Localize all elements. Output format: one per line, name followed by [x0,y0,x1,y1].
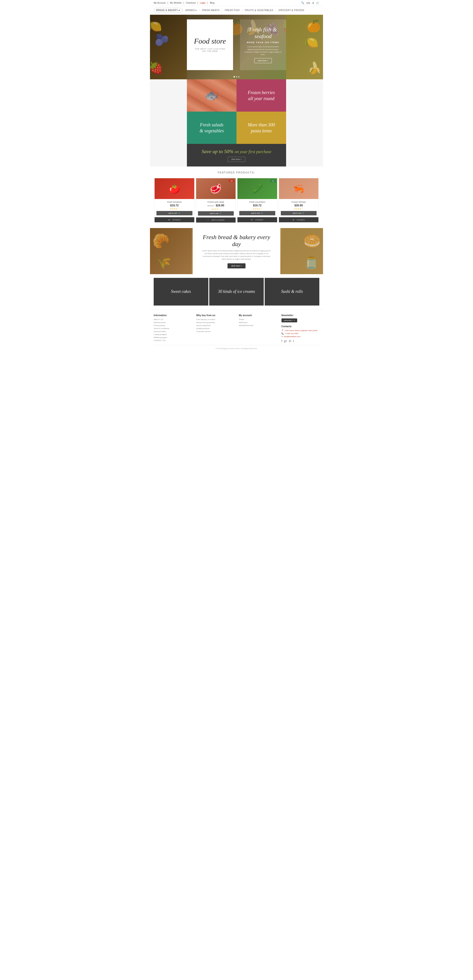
category-grid: Sweet cakes 30 kinds of ice creams Sushi… [150,274,323,309]
nav-bread-bakery[interactable]: BREAD & BAKERY ▾ [154,8,183,13]
product-price-tomatoes: $19.72 [156,204,193,207]
category-sushi-text: Sushi & rolls [281,289,303,294]
footer-why-buy-title: Why buy from us: [196,314,234,317]
hero-dot-2[interactable] [236,76,237,78]
add-to-cart-shrimp[interactable]: add to cart 🛒 [281,211,317,215]
add-to-cart-cucumbers[interactable]: add to cart 🛒 [239,211,275,215]
my-account-link[interactable]: My Account [154,2,166,4]
footer-addresses[interactable]: Addresses [239,321,277,323]
products-grid: 🍅 Fresh tomatoes $19.72 ★★★★☆ add to car… [150,177,323,228]
promo-berries-text: Frozen berriesall year round [245,87,277,104]
footer-free-delivery[interactable]: Free delivery on orders [196,318,234,321]
product-card-tomatoes: 🍅 Fresh tomatoes $19.72 ★★★★☆ add to car… [154,178,194,223]
bakery-click-here-button[interactable]: click here > [228,263,245,269]
category-cakes[interactable]: Sweet cakes [154,278,209,305]
add-to-cart-tomatoes[interactable]: add to cart 🛒 [156,211,193,215]
add-to-cart-steak[interactable]: add to cart 🛒 [198,211,234,216]
checkout-link[interactable]: Checkout [186,2,196,4]
product-actions-cucumbers: ⇄ compare [237,217,277,222]
footer-wishlist[interactable]: Wishlist/Favorites [239,325,277,326]
googleplus-icon[interactable]: g+ [284,339,287,343]
compare-tomatoes[interactable]: ⇄ [168,219,170,221]
category-ice-cream-text: 30 kinds of ice creams [218,289,255,294]
nav-fresh-meats[interactable]: FRESH MEATS [199,8,222,13]
blog-link[interactable]: Blog [210,2,214,4]
product-name-tomatoes: Fresh tomatoes [156,201,193,203]
hero-click-here-button[interactable]: click here > [254,58,272,63]
phone-icon: 📞 [282,332,284,334]
hero-section: 🍋 🫐 🍓 🍊 🍋 🍌 Food store THE BEST YOU CAN … [150,15,323,80]
product-stars-tomatoes: ★★★★☆ [156,208,193,210]
footer-my-account: My account: Orders Addresses Wishlist/Fa… [239,314,277,343]
product-img-tomatoes: 🍅 [154,178,194,199]
compare-shrimp[interactable]: ⇄ [293,219,295,221]
footer-loyalty[interactable]: Loyalty program [154,333,192,336]
facebook-icon[interactable]: f [282,339,282,343]
nav-grocery[interactable]: GROCERY & FROZEN [276,8,307,13]
footer-newsletter-title: Newsletter: [282,314,320,317]
promo-pasta[interactable]: More than 300pasta items [237,111,286,144]
cart-icon[interactable]: 🛒 [316,2,319,5]
main-nav: BREAD & BAKERY ▾ | DRINKS ▾ | FRESH MEAT… [150,6,323,15]
twitter-icon[interactable]: t [293,339,294,343]
hero-right-decor: 🍊 🍋 🍌 [286,15,323,80]
compare-label-tomatoes: compare [172,219,180,221]
save-banner: Save up to 50% on your first purchase cl… [187,144,286,167]
footer-contacts: Contacts: 📍 1234 Some Street, Anytown US… [282,325,320,343]
wishlist-steak[interactable]: ♡ [207,219,209,221]
subscribe-button[interactable]: subscribe > > [282,318,298,322]
category-cakes-text: Sweet cakes [171,289,191,294]
search-icon[interactable]: 🔍 [301,2,304,5]
footer-delivery[interactable]: Delivery policy [154,321,192,323]
location-icon: 📍 [282,329,284,332]
promo-salads[interactable]: Fresh salads& vegetables [187,111,237,144]
footer-about[interactable]: ABOUT US [154,318,192,321]
language-selector[interactable]: EN [307,2,310,5]
footer-discount[interactable]: Discount offers [154,331,192,332]
footer-quality[interactable]: Quality products [196,328,234,329]
category-ice-cream[interactable]: 30 kinds of ice creams [209,278,264,305]
product-info-shrimp: Frozen shrimps $30.95 ★★★★☆ add to cart … [279,199,319,217]
hero-dot-1[interactable] [234,76,235,78]
nav-fresh-fish[interactable]: FRESH FISH [223,8,242,13]
category-sushi[interactable]: Sushi & rolls [264,278,319,305]
product-price-cucumbers: $19.72 [239,204,275,207]
nav-drinks[interactable]: DRINKS ▾ [183,8,199,13]
product-card-steak: sale 🥩 Frozen pork steak $25.25 $28.90 ★… [196,178,236,223]
promo-pasta-text: More than 300pasta items [245,119,277,136]
promo-berries[interactable]: Frozen berriesall year round [237,80,286,111]
login-link[interactable]: Login [200,2,205,4]
promo-salmon[interactable]: 🐟 [187,80,237,111]
nav-fruits-veg[interactable]: FRUITS & VEGETABLES [242,8,276,13]
footer-customer[interactable]: Customer service [196,331,234,332]
top-bar-right: 🔍 EN $ 🛒 [301,2,319,5]
footer-privacy[interactable]: Privacy policy [154,325,192,326]
product-badge-steak: sale [229,180,234,182]
footer-terms[interactable]: Terms & conditions [154,328,192,329]
hero-dot-3[interactable] [238,76,239,78]
product-stars-shrimp: ★★★★☆ [281,208,317,210]
product-price-steak: $25.25 $28.90 [198,203,234,207]
promo-section: 🐟 Frozen berriesall year round Fresh sal… [150,80,323,144]
footer-newsletter-form: subscribe > > [282,318,320,322]
footer: Information: ABOUT US Delivery policy Pr… [150,309,323,356]
save-click-here-button[interactable]: click here > [228,157,245,162]
footer-money-back[interactable]: Money back guarantee [196,321,234,323]
product-price-shrimp: $30.95 [281,204,317,207]
linkedin-icon[interactable]: in [289,339,291,343]
my-wishlist-link[interactable]: My Wishlist [170,2,182,4]
hero-store-card: Food store THE BEST YOU CAN FIND ON THE … [187,19,233,70]
currency-selector[interactable]: $ [312,2,314,5]
footer-contact[interactable]: CONTACT US [154,339,192,342]
hero-left-decor: 🍋 🫐 🍓 [150,15,187,80]
featured-section: FEATURED PRODUCTS: 🍅 Fresh tomatoes $19.… [150,167,323,228]
top-bar-links: My Account | My Wishlist | Checkout | Lo… [154,2,214,4]
footer-orders[interactable]: Orders [239,318,277,321]
footer-address: 📍 1234 Some Street, Anytown USA 12345 [282,329,320,332]
hero-overlay-text: Lorem ipsum dolor sit ametsonsectetur ad… [245,45,282,56]
footer-secure[interactable]: Secure payments [196,325,234,326]
promo-salads-text: Fresh salads& vegetables [197,119,226,136]
compare-cucumbers[interactable]: ⇄ [251,219,253,221]
footer-information-title: Information: [154,314,192,317]
footer-affiliate[interactable]: Affiliate program [154,336,192,339]
